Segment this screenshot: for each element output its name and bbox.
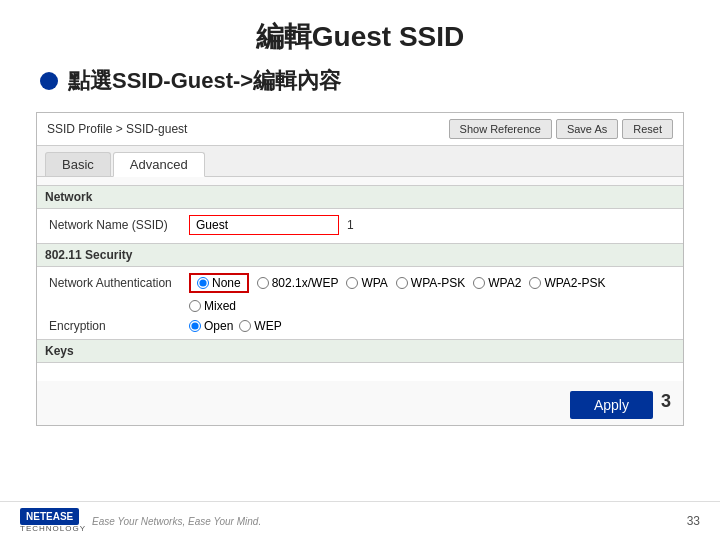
wpapsk-label: WPA-PSK (411, 276, 465, 290)
tab-advanced[interactable]: Advanced (113, 152, 205, 177)
tabs-bar: Basic Advanced (37, 146, 683, 177)
open-label: Open (204, 319, 233, 333)
wpa-radio[interactable] (346, 277, 358, 289)
footer-tagline: Ease Your Networks, Ease Your Mind. (92, 516, 261, 527)
wpapsk-radio[interactable] (396, 277, 408, 289)
auth-radio-group: None 802.1x/WEP WPA WPA-PSK (189, 273, 606, 293)
security-section-header: 802.11 Security (37, 243, 683, 267)
auth-row: Network Authentication None 802.1x/WEP W… (49, 273, 671, 293)
wpa2-label: WPA2 (488, 276, 521, 290)
mixed-radio-item[interactable]: Mixed (189, 299, 236, 313)
8021x-label: 802.1x/WEP (272, 276, 339, 290)
logo-block: NETEASE TECHNOLOGY (20, 508, 86, 534)
keys-section-header: Keys (37, 339, 683, 363)
network-name-input[interactable] (189, 215, 339, 235)
logo-sub: TECHNOLOGY (20, 525, 86, 534)
footer: NETEASE TECHNOLOGY Ease Your Networks, E… (0, 501, 720, 540)
panel-header: SSID Profile > SSID-guest Show Reference… (37, 113, 683, 146)
auth-control: None 802.1x/WEP WPA WPA-PSK (189, 273, 671, 293)
wep-label: WEP (254, 319, 281, 333)
mixed-radio[interactable] (189, 300, 201, 312)
8021x-radio-item[interactable]: 802.1x/WEP (257, 276, 339, 290)
enc-control: Open WEP (189, 319, 671, 333)
wep-radio[interactable] (239, 320, 251, 332)
mixed-control: Mixed (189, 299, 671, 313)
wpa2-radio-item[interactable]: WPA2 (473, 276, 521, 290)
apply-row: Apply 3 (37, 381, 683, 425)
show-reference-button[interactable]: Show Reference (449, 119, 552, 139)
tab-basic[interactable]: Basic (45, 152, 111, 176)
none-label: None (212, 276, 241, 290)
wpapsk-radio-item[interactable]: WPA-PSK (396, 276, 465, 290)
wpa-label: WPA (361, 276, 387, 290)
footer-logo: NETEASE TECHNOLOGY Ease Your Networks, E… (20, 508, 261, 534)
wpa2-radio[interactable] (473, 277, 485, 289)
bullet-line: 點選SSID-Guest->編輯內容 (0, 66, 720, 96)
reset-button[interactable]: Reset (622, 119, 673, 139)
wpa2psk-radio[interactable] (529, 277, 541, 289)
network-name-row: Network Name (SSID) 1 (49, 215, 671, 235)
bullet-dot (40, 72, 58, 90)
network-section-header: Network (37, 185, 683, 209)
header-buttons: Show Reference Save As Reset (449, 119, 673, 139)
panel-body: Network Network Name (SSID) 1 802.11 Sec… (37, 185, 683, 381)
cursor-indicator: 1 (347, 218, 354, 232)
none-radio-box[interactable]: None (189, 273, 249, 293)
wep-radio-item[interactable]: WEP (239, 319, 281, 333)
auth-label: Network Authentication (49, 276, 189, 290)
footer-page-number: 33 (687, 514, 700, 528)
enc-label: Encryption (49, 319, 189, 333)
encryption-row: Encryption Open WEP (49, 319, 671, 333)
mixed-label: Mixed (204, 299, 236, 313)
wpa-radio-item[interactable]: WPA (346, 276, 387, 290)
apply-button[interactable]: Apply (570, 391, 653, 419)
open-radio-item[interactable]: Open (189, 319, 233, 333)
wpa2psk-radio-item[interactable]: WPA2-PSK (529, 276, 605, 290)
none-radio[interactable] (197, 277, 209, 289)
network-name-control: 1 (189, 215, 671, 235)
breadcrumb: SSID Profile > SSID-guest (47, 122, 187, 136)
enc-radio-group: Open WEP (189, 319, 282, 333)
panel: SSID Profile > SSID-guest Show Reference… (36, 112, 684, 426)
wpa2psk-label: WPA2-PSK (544, 276, 605, 290)
bullet-text: 點選SSID-Guest->編輯內容 (68, 66, 341, 96)
8021x-radio[interactable] (257, 277, 269, 289)
logo-text: NETEASE (20, 508, 79, 525)
save-as-button[interactable]: Save As (556, 119, 618, 139)
apply-number: 3 (661, 391, 671, 419)
open-radio[interactable] (189, 320, 201, 332)
page-title: 編輯Guest SSID (0, 0, 720, 66)
mixed-row: Mixed (49, 299, 671, 313)
network-name-label: Network Name (SSID) (49, 218, 189, 232)
